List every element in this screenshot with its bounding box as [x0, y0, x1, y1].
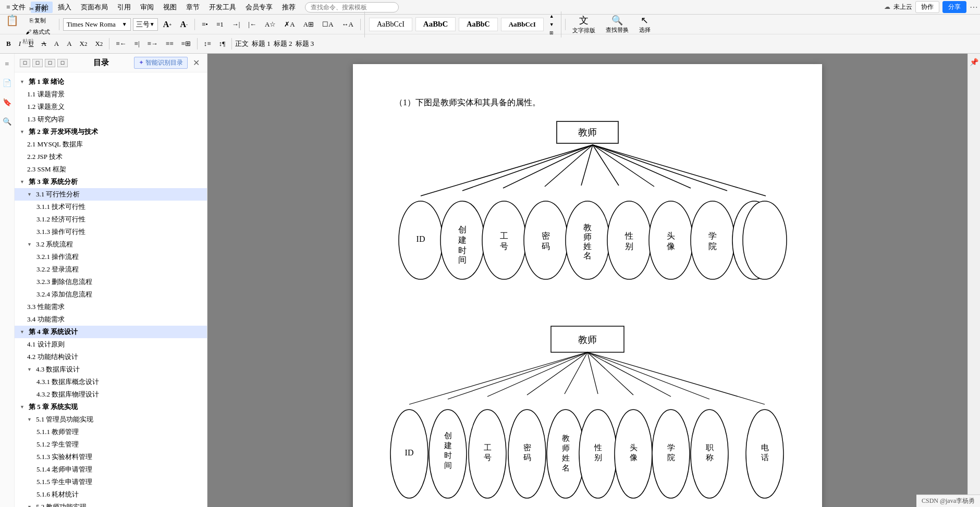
align-left-button[interactable]: ≡←	[113, 38, 129, 50]
toc-item-9[interactable]: ▼3.1 可行性分析	[15, 188, 207, 201]
style-scroll-up[interactable]: ▲	[547, 13, 557, 20]
toc-item-24[interactable]: 4.3.1 数据库概念设计	[15, 376, 207, 388]
toc-toggle-27[interactable]: ▼	[27, 417, 32, 422]
text-border-button[interactable]: ☐A	[319, 19, 336, 30]
style-scroll-down[interactable]: ▼	[547, 21, 557, 28]
special-format-button[interactable]: A☆	[262, 19, 279, 30]
font-color-button[interactable]: A	[51, 38, 62, 50]
font-size-dropdown-icon[interactable]: ▼	[150, 21, 155, 27]
strikethrough-button[interactable]: A	[38, 38, 49, 50]
toc-item-23[interactable]: ▼4.3 数据库设计	[15, 363, 207, 376]
find-replace-button[interactable]: 🔍 查找替换	[603, 14, 632, 35]
toc-item-15[interactable]: 3.2.2 登录流程	[15, 263, 207, 276]
toc-item-8[interactable]: ▼第 3 章 系统分析	[15, 176, 207, 188]
toc-toggle-23[interactable]: ▼	[27, 367, 32, 372]
search-input[interactable]	[305, 2, 399, 13]
toc-item-33[interactable]: 5.1.6 耗材统计	[15, 488, 207, 501]
menu-member[interactable]: 会员专享	[241, 2, 277, 13]
bold-button[interactable]: B	[3, 38, 14, 50]
italic-button[interactable]: I	[16, 38, 24, 50]
toc-item-31[interactable]: 5.1.4 老师申请管理	[15, 463, 207, 476]
cut-button[interactable]: ✂ 剪切	[22, 4, 53, 15]
left-strip-icon-3[interactable]: 🔖	[1, 96, 14, 109]
toc-item-19[interactable]: 3.4 功能需求	[15, 313, 207, 326]
toc-item-3[interactable]: 1.3 研究内容	[15, 113, 207, 126]
increase-font-size-button[interactable]: A+	[160, 18, 175, 31]
toc-toggle-13[interactable]: ▼	[27, 242, 32, 247]
toc-toggle-4[interactable]: ▼	[20, 129, 24, 134]
toc-item-0[interactable]: ▼第 1 章 绪论	[15, 76, 207, 88]
toc-item-22[interactable]: 4.2 功能结构设计	[15, 351, 207, 363]
highlight-button[interactable]: A	[64, 38, 75, 50]
menu-page-layout[interactable]: 页面布局	[77, 2, 112, 13]
toc-item-13[interactable]: ▼3.2 系统流程	[15, 238, 207, 251]
doc-area[interactable]: （1）下图是教师实体和其具备的属性。 教师	[207, 54, 967, 507]
copy-button[interactable]: ⎘ 复制	[22, 15, 53, 26]
toc-item-16[interactable]: 3.2.3 删除信息流程	[15, 276, 207, 288]
text-effect-button[interactable]: A⊞	[300, 19, 317, 30]
superscript-button[interactable]: X2	[77, 38, 91, 50]
toc-toggle-8[interactable]: ▼	[20, 179, 24, 184]
menu-insert[interactable]: 插入	[54, 2, 76, 13]
align-justify-button[interactable]: ≡≡	[163, 38, 177, 50]
decrease-font-size-button[interactable]: A-	[177, 18, 191, 31]
toc-item-20[interactable]: ▼第 4 章 系统设计	[15, 326, 207, 338]
toc-toggle-34[interactable]: ▼	[27, 504, 32, 507]
toc-item-30[interactable]: 5.1.3 实验材料管理	[15, 451, 207, 463]
toc-toggle-26[interactable]: ▼	[20, 404, 24, 410]
left-strip-icon-2[interactable]: 📄	[1, 77, 14, 90]
toc-item-1[interactable]: 1.1 课题背景	[15, 88, 207, 101]
more-options-icon[interactable]: ⋯	[970, 2, 978, 12]
toc-item-21[interactable]: 4.1 设计原则	[15, 338, 207, 351]
toc-item-29[interactable]: 5.1.2 学生管理	[15, 438, 207, 451]
menu-view[interactable]: 视图	[159, 2, 181, 13]
font-size-box[interactable]: 三号 ▼	[133, 18, 158, 31]
left-strip-icon-4[interactable]: 🔍	[1, 115, 14, 128]
toc-item-5[interactable]: 2.1 MYSQL 数据库	[15, 138, 207, 151]
clear-format-button[interactable]: ✗A	[281, 19, 298, 30]
menu-devtools[interactable]: 开发工具	[205, 2, 240, 13]
toc-item-27[interactable]: ▼5.1 管理员功能实现	[15, 413, 207, 426]
toc-item-4[interactable]: ▼第 2 章 开发环境与技术	[15, 126, 207, 138]
sidebar-view-icon-2[interactable]: ☐	[32, 59, 43, 67]
share-button[interactable]: 分享	[942, 1, 966, 13]
sidebar-close-button[interactable]: ✕	[191, 58, 202, 68]
menu-chapter[interactable]: 章节	[182, 2, 204, 13]
toc-toggle-20[interactable]: ▼	[20, 329, 24, 335]
font-name-dropdown-icon[interactable]: ▼	[122, 21, 127, 27]
indent-increase-button[interactable]: →|	[229, 19, 243, 30]
style-h1[interactable]: AaBbC	[415, 17, 456, 31]
line-spacing-button[interactable]: ↕≡	[201, 38, 214, 50]
sidebar-view-icon-4[interactable]: ☐	[57, 59, 68, 67]
menu-recommend[interactable]: 推荐	[278, 2, 300, 13]
text-format-button[interactable]: 文 文字排版	[569, 13, 598, 35]
toc-item-17[interactable]: 3.2.4 添加信息流程	[15, 288, 207, 301]
ordered-list-button[interactable]: ≡1	[213, 19, 227, 30]
ai-detect-button[interactable]: ✦ 智能识别目录	[134, 57, 188, 69]
bookmark-icon[interactable]: 📌	[967, 56, 980, 69]
toc-item-28[interactable]: 5.1.1 教师管理	[15, 426, 207, 438]
toc-item-32[interactable]: 5.1.5 学生申请管理	[15, 476, 207, 488]
bullet-list-button[interactable]: ≡•	[199, 19, 211, 30]
select-button[interactable]: ↖ 选择	[636, 14, 654, 35]
text-spacing-button[interactable]: ↔A	[339, 19, 357, 30]
toc-toggle-9[interactable]: ▼	[27, 192, 32, 197]
toc-item-6[interactable]: 2.2 JSP 技术	[15, 151, 207, 163]
toc-item-2[interactable]: 1.2 课题意义	[15, 101, 207, 113]
paste-button[interactable]: 📋	[3, 4, 21, 38]
toc-item-14[interactable]: 3.2.1 操作流程	[15, 251, 207, 263]
left-strip-icon-1[interactable]: ≡	[3, 58, 11, 70]
style-normal[interactable]: AaBbCcI	[369, 18, 412, 31]
style-h2[interactable]: AaBbC	[459, 18, 497, 31]
toc-item-18[interactable]: 3.3 性能需求	[15, 301, 207, 313]
toc-toggle-0[interactable]: ▼	[20, 79, 24, 84]
toc-item-26[interactable]: ▼第 5 章 系统实现	[15, 401, 207, 413]
toc-item-12[interactable]: 3.1.3 操作可行性	[15, 226, 207, 238]
toc-item-10[interactable]: 3.1.1 技术可行性	[15, 201, 207, 213]
indent-decrease-button[interactable]: |←	[245, 19, 260, 30]
para-spacing-button[interactable]: ↕¶	[216, 38, 228, 50]
underline-button[interactable]: U	[26, 38, 36, 50]
align-distribute-button[interactable]: ≡⊞	[178, 38, 194, 50]
align-center-button[interactable]: ≡|	[131, 38, 143, 50]
sidebar-view-icon-3[interactable]: ☐	[45, 59, 55, 67]
